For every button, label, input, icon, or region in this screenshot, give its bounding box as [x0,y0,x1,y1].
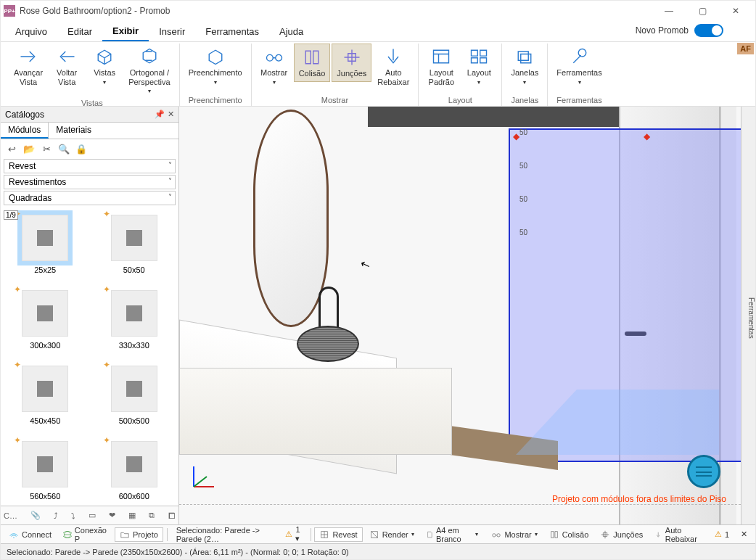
ribbon: Avançar VistaVoltar VistaVistas▾Ortogona… [1,41,755,107]
tile-300x300[interactable]: ✦300x300 [4,286,87,350]
catalog-dd-2[interactable]: Revestimentos [4,175,176,189]
ortho-persp-button-label: Ortogonal / Perspectiva [128,68,170,86]
user-badge[interactable]: AF [737,43,754,54]
page-icon [426,530,433,540]
tabsbar-close[interactable]: ✕ [736,527,752,541]
menubar: ArquivoEditarExibirInserirFerramentasAju… [1,21,755,41]
layout-button[interactable]: Layout▾ [461,44,497,88]
menu-arquivo[interactable]: Arquivo [5,21,57,41]
panel-close-icon[interactable]: ✕ [168,110,174,119]
shortcut-strip: C…📎⤴⤵▭❤▦⧉⧠ [1,506,178,524]
ribbon-group-ferramentas: Ferramentas [556,94,601,106]
tile-50x50[interactable]: ✦50x50 [93,210,176,274]
menu-editar[interactable]: Editar [57,21,102,41]
rail-ferramentas[interactable]: Ferramentas [747,297,755,339]
viewport-3d[interactable]: 50505050 ◆ ◆ ◆ ↖ Projeto com módulos for… [179,107,741,524]
tile-500x500[interactable]: ✦500x500 [93,361,176,425]
cube-icon [94,46,115,67]
minimize-button[interactable]: — [652,1,686,21]
lock-icon[interactable]: 🔒 [75,144,88,155]
tile-330x330[interactable]: ✦330x330 [93,286,176,350]
revest-tab[interactable]: Revest [314,527,362,542]
chat-bubble-icon[interactable] [687,455,720,488]
chevron-down-icon: ▾ [214,79,217,86]
layout2-icon [469,46,489,67]
shortcut-8[interactable]: ⧠ [168,511,176,520]
views-button[interactable]: Vistas▾ [86,44,123,88]
connection-tab[interactable]: Conexão P [58,524,113,545]
app-icon: PP+ [4,5,15,17]
warning-count[interactable]: ⚠ 1 ▾ [280,523,306,545]
catalog-panel: Catálogos 📌 ✕ MódulosMateriais ↩📂✂🔍🔒 Rev… [1,107,179,524]
menu-ajuda[interactable]: Ajuda [269,21,313,41]
ribbon-group-janelas: Janelas [511,94,538,106]
tile-600x600[interactable]: ✦600x600 [93,437,176,501]
project-tab[interactable]: Projeto [115,527,163,542]
windows-button[interactable]: Janelas▾ [506,44,543,88]
catalog-tab-materiais[interactable]: Materiais [49,123,99,139]
menu-inserir[interactable]: Inserir [149,21,195,41]
auto-rebaixar-toggle[interactable]: Auto Rebaixar [649,524,708,545]
layout-icon [431,46,451,67]
tile-label: 450x450 [30,416,60,425]
tools-button[interactable]: Ferramentas▾ [552,44,606,88]
shortcut-2[interactable]: ⤴ [54,511,58,520]
warning-count-2[interactable]: ⚠ 1 [710,527,734,541]
shortcut-7[interactable]: ⧉ [149,511,155,520]
render-tab[interactable]: Render▾ [364,527,419,542]
tile-450x450[interactable]: ✦450x450 [4,361,87,425]
joints-button[interactable]: Junções [332,44,371,82]
forward-view-button[interactable]: Avançar Vista [9,44,47,89]
a4-tab[interactable]: A4 em Branco▾ [421,524,484,545]
tile-icon [319,530,329,540]
maximize-button[interactable]: ▢ [686,1,719,21]
connect-tab[interactable]: Connect [4,527,57,542]
back-view-button-label: Voltar Vista [57,68,77,86]
fill-button-label: Preenchimento [189,68,242,78]
glasses-icon [264,46,284,67]
chevron-down-icon: ▾ [578,79,581,86]
collision-button[interactable]: Colisão [294,44,331,82]
viewport-warning: Projeto com módulos fora dos limites do … [552,494,726,504]
open-icon[interactable]: 📂 [22,144,36,155]
show-button[interactable]: Mostrar▾ [256,44,292,88]
ortho-persp-button[interactable]: Ortogonal / Perspectiva▾ [124,44,174,97]
close-button[interactable]: ✕ [719,1,752,21]
catalog-dd-3[interactable]: Quadradas [4,191,176,205]
catalog-tab-módulos[interactable]: Módulos [1,123,49,139]
tile-560x560[interactable]: ✦560x560 [4,437,87,501]
chevron-down-icon: ▾ [523,79,526,86]
shortcut-1[interactable]: 📎 [30,511,41,520]
shortcut-6[interactable]: ▦ [128,511,136,520]
layout-default-button[interactable]: Layout Padrão [423,44,459,89]
shortcut-5[interactable]: ❤ [109,511,115,520]
sparkle-icon: ✦ [14,284,21,295]
tile-25x25[interactable]: ✦25x25 [4,210,87,274]
mostrar-toggle[interactable]: Mostrar▾ [486,527,542,542]
juncoes-toggle[interactable]: Junções [595,527,648,542]
shortcut-0[interactable]: C… [4,511,17,520]
ribbon-group-layout: Layout [448,94,472,106]
menu-exibir[interactable]: Exibir [102,21,149,41]
render-icon [369,530,379,540]
back-icon[interactable]: ↩ [5,144,18,155]
back-view-button[interactable]: Voltar Vista [49,44,85,89]
colisao-toggle[interactable]: Colisão [544,527,594,542]
forward-view-button-label: Avançar Vista [14,68,43,86]
scissors-icon[interactable]: ✂ [40,144,53,155]
pin-icon[interactable]: 📌 [155,110,165,119]
ribbon-group-mostrar: Mostrar [321,94,348,106]
binoculars-icon[interactable]: 🔍 [57,144,70,155]
novo-promob-toggle[interactable] [694,24,723,37]
status-text: Selecionado: Parede -> Parede (2350x150x… [7,548,349,556]
auto-lower-button[interactable]: Auto Rebaixar [373,44,414,89]
fill-button[interactable]: Preenchimento▾ [184,44,247,88]
shortcut-4[interactable]: ▭ [89,511,96,520]
chevron-down-icon: ▾ [411,531,414,538]
catalog-dd-1[interactable]: Revest [4,159,176,173]
cube-fill-icon [205,46,226,67]
tools-button-label: Ferramentas [556,68,601,78]
menu-ferramentas[interactable]: Ferramentas [195,21,269,41]
tile-label: 600x600 [119,492,149,501]
shortcut-3[interactable]: ⤵ [71,511,75,520]
